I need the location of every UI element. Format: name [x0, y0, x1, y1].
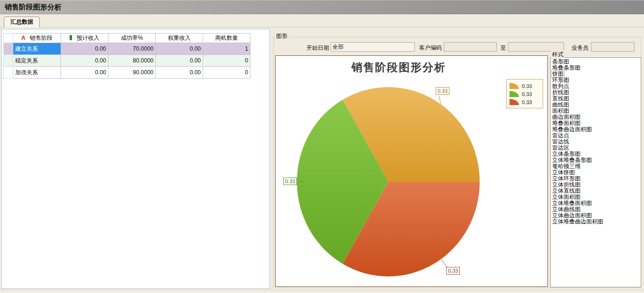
numeric-column-icon [70, 35, 72, 40]
row-selector[interactable] [4, 43, 13, 55]
chart-legend: 0.330.330.33 [506, 79, 543, 108]
customer-code-label: 客户编码 [417, 44, 442, 52]
cell-expected-income[interactable]: 0.00 [61, 55, 108, 67]
cell-weighted-income[interactable]: 0.00 [156, 55, 203, 67]
table-row: 稳定关系 0.00 80.0000 0.00 0 [4, 55, 250, 67]
to-label: 至 [499, 44, 506, 52]
cell-stage[interactable]: 建立关系 [13, 43, 61, 55]
tab-underline [0, 27, 644, 27]
tab-summary-data[interactable]: 汇总数据 [4, 17, 40, 27]
legend-swatch-icon [510, 83, 519, 89]
style-option[interactable]: 立体堆叠曲边面积图 [552, 219, 641, 225]
customer-code-input[interactable] [444, 42, 497, 52]
legend-entry: 0.33 [510, 90, 540, 98]
style-option[interactable]: 堆叠条形图 [552, 65, 641, 71]
pie-label-slice1: 0.33 [436, 87, 449, 95]
sales-stage-table: A 销售阶段 预计收入 成功率% 权重收入 商机数量 建立关系 0.00 70.… [3, 33, 250, 79]
table-row-selected: 建立关系 0.00 70.0000 0.00 1 [4, 43, 250, 55]
row-selector[interactable] [4, 55, 13, 67]
column-header-weighted-income[interactable]: 权重收入 [156, 34, 203, 43]
table-header-row: A 销售阶段 预计收入 成功率% 权重收入 商机数量 [4, 34, 250, 43]
legend-entry: 0.33 [510, 82, 540, 90]
cell-opportunity-count[interactable]: 0 [203, 67, 250, 79]
legend-swatch-icon [510, 99, 519, 105]
column-header-expected-income[interactable]: 预计收入 [61, 34, 108, 43]
summary-grid-panel: A 销售阶段 预计收入 成功率% 权重收入 商机数量 建立关系 0.00 70.… [1, 29, 270, 289]
text-column-icon: A [21, 35, 26, 41]
start-date-label: 开始日期 [301, 44, 329, 52]
cell-success-rate[interactable]: 70.0000 [108, 43, 156, 55]
cell-stage[interactable]: 稳定关系 [13, 55, 61, 67]
salesperson-label: 业务员 [569, 44, 589, 52]
column-header-stage[interactable]: A 销售阶段 [13, 34, 61, 43]
row-header-corner [4, 34, 13, 43]
cell-weighted-income[interactable]: 0.00 [156, 67, 203, 79]
cell-success-rate[interactable]: 80.0000 [108, 55, 156, 67]
window-title-bar: 销售阶段图形分析 [0, 0, 644, 14]
start-date-input[interactable] [331, 42, 415, 52]
legend-value: 0.33 [522, 83, 532, 89]
cell-expected-income[interactable]: 0.00 [61, 43, 108, 55]
bottom-strip [0, 290, 644, 293]
row-selector[interactable] [4, 67, 13, 79]
salesperson-input[interactable] [591, 42, 635, 52]
graph-panel: 图形 开始日期 客户编码 至 业务员 销售阶段图形分析 0.330.330.33… [272, 29, 642, 289]
window-title: 销售阶段图形分析 [5, 0, 62, 14]
column-header-success-rate[interactable]: 成功率% [108, 34, 156, 43]
cell-weighted-income[interactable]: 0.00 [156, 43, 203, 55]
chart-area: 销售阶段图形分析 0.330.330.33 0.33 0.33 0.33 [275, 55, 548, 287]
graph-group-label: 图形 [275, 32, 289, 40]
legend-entry: 0.33 [510, 98, 540, 106]
cell-opportunity-count[interactable]: 0 [203, 55, 250, 67]
table-row: 加强关系 0.00 90.0000 0.00 0 [4, 67, 250, 79]
cell-stage[interactable]: 加强关系 [13, 67, 61, 79]
cell-success-rate[interactable]: 90.0000 [108, 67, 156, 79]
cell-opportunity-count[interactable]: 1 [203, 43, 250, 55]
legend-swatch-icon [510, 91, 519, 97]
column-header-opportunity-count[interactable]: 商机数量 [203, 34, 250, 43]
chart-style-listbox[interactable]: 条形图堆叠条形图饼图环形图散列点折线图直线图曲线图面积图曲边面积图堆叠面积图堆叠… [550, 57, 641, 287]
chart-title: 销售阶段图形分析 [276, 60, 522, 75]
legend-value: 0.33 [522, 99, 532, 105]
to-date-input[interactable] [508, 42, 564, 52]
legend-value: 0.33 [522, 91, 532, 97]
style-group-label: 样式 [551, 51, 564, 59]
pie-label-slice2: 0.33 [283, 178, 297, 185]
tab-strip: 汇总数据 [0, 14, 644, 27]
cell-expected-income[interactable]: 0.00 [61, 67, 108, 79]
pie-label-slice3: 0.33 [446, 267, 460, 275]
